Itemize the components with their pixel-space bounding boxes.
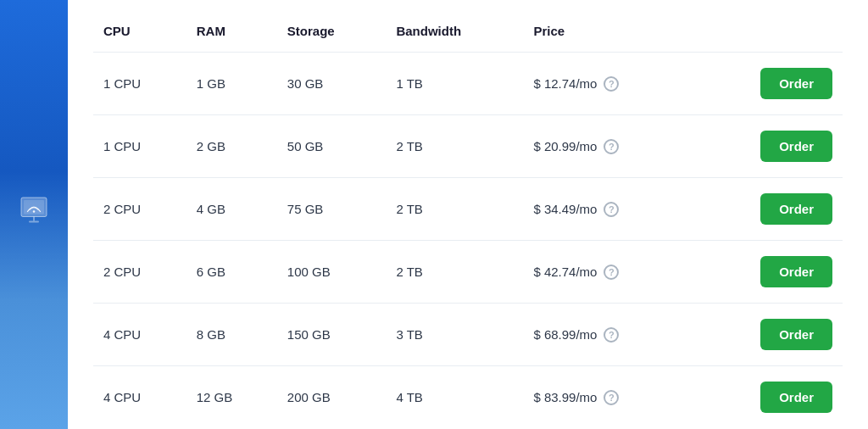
- cell-order: Order: [694, 241, 843, 304]
- order-button[interactable]: Order: [760, 68, 832, 99]
- price-value: $ 83.99/mo: [533, 390, 597, 404]
- main-content: CPU RAM Storage Bandwidth Price 1 CPU1 G…: [68, 0, 868, 429]
- cell-cpu: 4 CPU: [93, 366, 186, 429]
- cell-storage: 30 GB: [277, 53, 387, 115]
- price-value: $ 34.49/mo: [533, 202, 597, 216]
- table-row: 2 CPU4 GB75 GB2 TB$ 34.49/mo?Order: [93, 178, 843, 241]
- header-price: Price: [523, 17, 693, 53]
- table-row: 1 CPU1 GB30 GB1 TB$ 12.74/mo?Order: [93, 53, 843, 115]
- help-icon[interactable]: ?: [604, 327, 619, 343]
- svg-rect-4: [29, 221, 39, 223]
- cell-price: $ 42.74/mo?: [523, 241, 693, 304]
- cell-cpu: 1 CPU: [93, 115, 186, 178]
- cell-price: $ 20.99/mo?: [523, 115, 693, 178]
- table-row: 4 CPU12 GB200 GB4 TB$ 83.99/mo?Order: [93, 366, 843, 429]
- cell-order: Order: [694, 115, 843, 178]
- table-row: 2 CPU6 GB100 GB2 TB$ 42.74/mo?Order: [93, 241, 843, 304]
- order-button[interactable]: Order: [760, 256, 832, 287]
- price-value: $ 12.74/mo: [533, 76, 597, 91]
- cell-ram: 6 GB: [186, 241, 277, 304]
- cell-ram: 1 GB: [186, 53, 277, 115]
- header-storage: Storage: [277, 17, 387, 53]
- cell-order: Order: [694, 53, 843, 115]
- cell-storage: 75 GB: [277, 178, 387, 241]
- svg-point-2: [33, 210, 36, 213]
- cell-ram: 2 GB: [186, 115, 277, 178]
- order-button[interactable]: Order: [760, 319, 832, 350]
- order-button[interactable]: Order: [760, 131, 832, 162]
- help-icon[interactable]: ?: [604, 76, 619, 92]
- cell-price: $ 68.99/mo?: [523, 304, 693, 366]
- cell-storage: 100 GB: [277, 241, 387, 304]
- table-row: 4 CPU8 GB150 GB3 TB$ 68.99/mo?Order: [93, 304, 843, 366]
- cell-cpu: 4 CPU: [93, 304, 186, 366]
- cell-bandwidth: 1 TB: [386, 53, 523, 115]
- cell-cpu: 1 CPU: [93, 53, 186, 115]
- cell-order: Order: [694, 178, 843, 241]
- cell-price: $ 34.49/mo?: [523, 178, 693, 241]
- cell-price: $ 12.74/mo?: [523, 53, 693, 115]
- cell-bandwidth: 2 TB: [386, 115, 523, 178]
- price-value: $ 20.99/mo: [533, 139, 597, 153]
- table-row: 1 CPU2 GB50 GB2 TB$ 20.99/mo?Order: [93, 115, 843, 178]
- price-value: $ 42.74/mo: [533, 265, 597, 279]
- help-icon[interactable]: ?: [604, 202, 619, 217]
- cell-cpu: 2 CPU: [93, 241, 186, 304]
- sidebar: [0, 0, 68, 429]
- cell-cpu: 2 CPU: [93, 178, 186, 241]
- cell-bandwidth: 2 TB: [386, 178, 523, 241]
- cell-order: Order: [694, 304, 843, 366]
- cell-bandwidth: 3 TB: [386, 304, 523, 366]
- sidebar-illustration: [8, 189, 59, 240]
- cell-ram: 4 GB: [186, 178, 277, 241]
- pricing-table: CPU RAM Storage Bandwidth Price 1 CPU1 G…: [93, 17, 843, 428]
- cell-price: $ 83.99/mo?: [523, 366, 693, 429]
- help-icon[interactable]: ?: [604, 265, 619, 280]
- cell-ram: 12 GB: [186, 366, 277, 429]
- cell-storage: 150 GB: [277, 304, 387, 366]
- cell-storage: 50 GB: [277, 115, 387, 178]
- cell-storage: 200 GB: [277, 366, 387, 429]
- cell-ram: 8 GB: [186, 304, 277, 366]
- order-button[interactable]: Order: [760, 193, 832, 225]
- price-value: $ 68.99/mo: [533, 327, 597, 342]
- header-bandwidth: Bandwidth: [386, 17, 523, 53]
- cell-order: Order: [694, 366, 843, 429]
- help-icon[interactable]: ?: [604, 139, 619, 154]
- order-button[interactable]: Order: [760, 382, 832, 413]
- cell-bandwidth: 2 TB: [386, 241, 523, 304]
- help-icon[interactable]: ?: [604, 390, 619, 405]
- header-cpu: CPU: [93, 17, 186, 53]
- header-ram: RAM: [186, 17, 277, 53]
- cell-bandwidth: 4 TB: [386, 366, 523, 429]
